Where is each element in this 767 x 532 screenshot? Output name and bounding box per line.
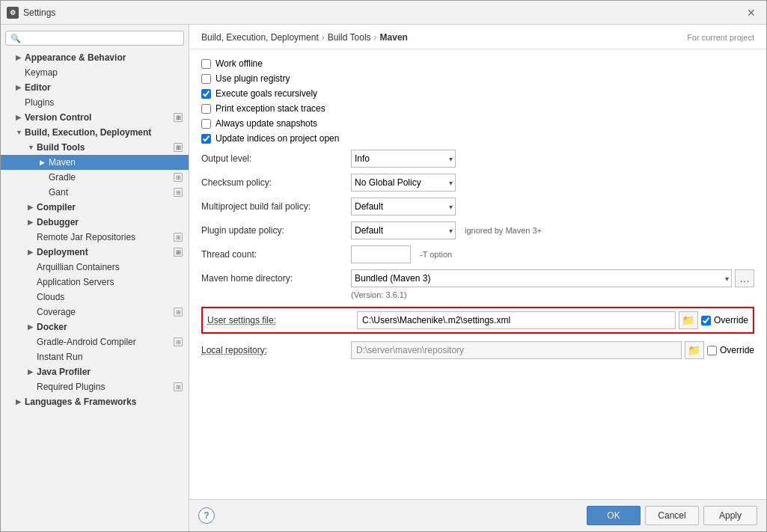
local-repo-browse-button[interactable]: 📁	[685, 341, 704, 359]
plugin-update-select[interactable]: Default Always Never Interval	[351, 221, 456, 239]
sidebar-item-arquillian[interactable]: Arquillian Containers	[1, 260, 189, 275]
thread-count-note: -T option	[420, 250, 452, 259]
user-settings-override-label: Override	[714, 315, 748, 325]
search-icon: 🔍	[10, 34, 21, 43]
sidebar-item-gradle-android[interactable]: Gradle-Android Compiler ⊞	[1, 334, 189, 349]
user-settings-override: Override	[701, 315, 748, 325]
sidebar-item-plugins[interactable]: Plugins	[1, 95, 189, 110]
sidebar-item-label: Keymap	[25, 67, 183, 78]
sidebar-item-docker[interactable]: ▶ Docker	[1, 319, 189, 334]
checkbox-print-exceptions: Print exception stack traces	[201, 103, 754, 114]
plugin-update-label: Plugin update policy:	[201, 225, 351, 236]
sidebar-item-coverage[interactable]: Coverage ⊞	[1, 305, 189, 319]
update-indices-checkbox[interactable]	[201, 134, 211, 144]
search-input[interactable]	[24, 33, 179, 43]
maven-home-browse-button[interactable]: …	[735, 269, 754, 287]
help-button[interactable]: ?	[198, 507, 215, 524]
sidebar-item-label: Gant	[49, 187, 171, 198]
remote-jar-icon: ⊞	[174, 233, 183, 242]
plugin-registry-checkbox[interactable]	[201, 74, 211, 84]
build-tools-icon: ⊞	[174, 143, 183, 152]
gradle-icon: ⊞	[174, 173, 183, 182]
settings-grid: Output level: Info Debug Warn Error	[201, 150, 754, 359]
user-settings-control: 📁 Override	[357, 311, 748, 329]
always-update-checkbox[interactable]	[201, 119, 211, 129]
sidebar-item-gradle[interactable]: Gradle ⊞	[1, 170, 189, 185]
sidebar-item-instant-run[interactable]: Instant Run	[1, 349, 189, 364]
thread-count-input[interactable]	[351, 245, 411, 263]
sidebar-item-label: Build, Execution, Deployment	[25, 127, 183, 138]
sidebar-item-maven[interactable]: ▶ Maven	[1, 155, 189, 170]
search-box[interactable]: 🔍	[5, 31, 184, 46]
execute-goals-checkbox[interactable]	[201, 89, 211, 99]
apply-button[interactable]: Apply	[703, 506, 757, 525]
sidebar-item-label: Debugger	[37, 217, 183, 227]
plugin-update-control: Default Always Never Interval ignored by…	[351, 221, 754, 239]
sidebar-item-gant[interactable]: Gant ⊞	[1, 185, 189, 200]
user-settings-browse-button[interactable]: 📁	[679, 311, 698, 329]
sidebar-item-required-plugins[interactable]: Required Plugins ⊞	[1, 379, 189, 394]
sidebar-item-remote-jar[interactable]: Remote Jar Repositories ⊞	[1, 230, 189, 245]
coverage-icon: ⊞	[174, 308, 183, 317]
multiproject-fail-control: Default At End Never Fail Fast	[351, 198, 754, 215]
sidebar-item-label: Arquillian Containers	[37, 262, 183, 272]
arrow-icon: ▶	[16, 398, 25, 406]
maven-version-note: (Version: 3.6.1)	[351, 290, 754, 299]
sidebar-item-appearance[interactable]: ▶ Appearance & Behavior	[1, 50, 189, 65]
breadcrumb: Build, Execution, Deployment › Build Too…	[189, 25, 766, 49]
maven-home-select[interactable]: Bundled (Maven 3)	[351, 269, 732, 287]
output-level-label: Output level:	[201, 153, 351, 164]
ok-button[interactable]: OK	[587, 506, 641, 525]
window-title: Settings	[23, 7, 742, 18]
close-button[interactable]: ✕	[742, 4, 760, 22]
cancel-button[interactable]: Cancel	[645, 506, 699, 525]
sidebar-item-java-profiler[interactable]: ▶ Java Profiler	[1, 364, 189, 379]
work-offline-checkbox[interactable]	[201, 59, 211, 69]
sidebar-item-version-control[interactable]: ▶ Version Control ⊞	[1, 110, 189, 125]
checksum-policy-select[interactable]: No Global Policy Strict Warn Ignore	[351, 174, 456, 192]
sidebar-item-app-servers[interactable]: Application Servers	[1, 275, 189, 290]
local-repo-override-checkbox[interactable]	[707, 346, 717, 355]
arrow-icon: ▶	[40, 159, 49, 166]
sidebar-item-label: Gradle	[49, 172, 171, 183]
sidebar-item-debugger[interactable]: ▶ Debugger	[1, 215, 189, 230]
output-level-select[interactable]: Info Debug Warn Error	[351, 150, 456, 168]
sidebar-item-label: Languages & Frameworks	[25, 397, 183, 407]
app-icon: ⚙	[7, 7, 19, 19]
breadcrumb-sep-1: ›	[322, 32, 325, 43]
right-panel: Build, Execution, Deployment › Build Too…	[189, 25, 766, 531]
sidebar-item-clouds[interactable]: Clouds	[1, 290, 189, 305]
sidebar-item-languages-frameworks[interactable]: ▶ Languages & Frameworks	[1, 394, 189, 409]
user-settings-override-checkbox[interactable]	[701, 316, 711, 325]
plugin-update-note: ignored by Maven 3+	[465, 226, 542, 235]
sidebar-item-editor[interactable]: ▶ Editor	[1, 80, 189, 95]
breadcrumb-part-1: Build, Execution, Deployment	[201, 32, 319, 43]
maven-home-label: Maven home directory:	[201, 273, 351, 284]
sidebar-item-compiler[interactable]: ▶ Compiler	[1, 200, 189, 215]
output-level-control: Info Debug Warn Error	[351, 150, 754, 168]
checksum-policy-select-wrapper: No Global Policy Strict Warn Ignore	[351, 174, 456, 192]
sidebar-item-keymap[interactable]: Keymap	[1, 65, 189, 80]
local-repo-override-label: Override	[720, 345, 754, 355]
always-update-label: Always update snapshots	[216, 118, 317, 129]
user-settings-highlighted-row: User settings file: 📁 Override	[201, 307, 754, 334]
multiproject-fail-select[interactable]: Default At End Never Fail Fast	[351, 198, 456, 215]
user-settings-input[interactable]	[357, 311, 676, 329]
arrow-icon: ▶	[16, 114, 25, 121]
settings-content: Work offline Use plugin registry Execute…	[189, 49, 766, 499]
arrow-icon: ▼	[16, 129, 25, 136]
settings-window: ⚙ Settings ✕ 🔍 ▶ Appearance & Behavior K…	[0, 0, 767, 532]
work-offline-label: Work offline	[216, 58, 263, 69]
sidebar-item-label: Deployment	[37, 247, 171, 257]
sidebar-item-build-exec-deploy[interactable]: ▼ Build, Execution, Deployment	[1, 125, 189, 140]
vcs-icon: ⊞	[174, 113, 183, 122]
sidebar-item-label: Instant Run	[37, 352, 183, 362]
local-repo-input[interactable]	[351, 341, 682, 359]
breadcrumb-note: For current project	[687, 33, 754, 42]
sidebar-item-deployment[interactable]: ▶ Deployment ⊞	[1, 245, 189, 260]
print-exceptions-checkbox[interactable]	[201, 104, 211, 114]
sidebar-item-build-tools[interactable]: ▼ Build Tools ⊞	[1, 140, 189, 155]
breadcrumb-part-2: Build Tools	[328, 32, 371, 43]
sidebar-item-label: Coverage	[37, 307, 171, 317]
breadcrumb-part-3: Maven	[380, 32, 408, 43]
